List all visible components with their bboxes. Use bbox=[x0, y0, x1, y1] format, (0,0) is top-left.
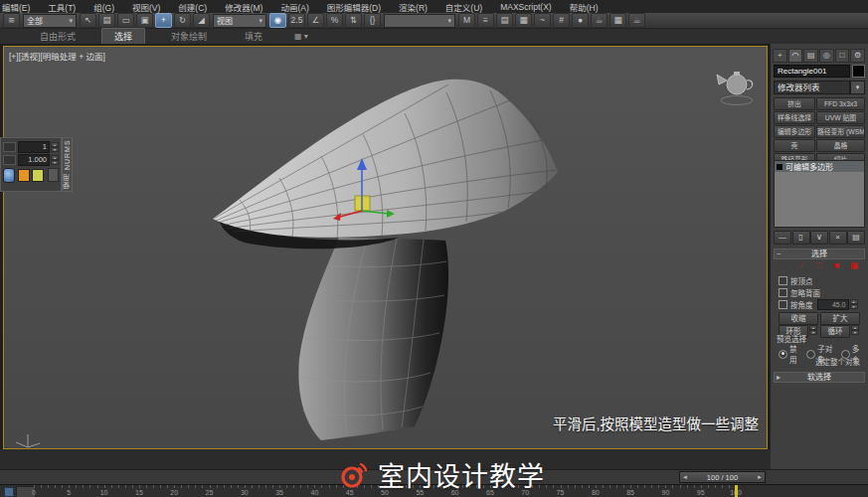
modifier-button[interactable]: 晶格 bbox=[816, 139, 865, 152]
use-nurms-tab[interactable]: 使用 NURMS bbox=[62, 137, 73, 192]
schematic-view-icon[interactable]: # bbox=[553, 13, 570, 28]
select-object-icon[interactable]: ↖ bbox=[80, 13, 96, 28]
loop-button[interactable]: 循环 bbox=[820, 325, 850, 338]
menu-item[interactable]: 视图(V) bbox=[123, 1, 169, 13]
create-tab-icon[interactable]: + bbox=[773, 49, 787, 63]
surface-button-icon[interactable] bbox=[48, 168, 59, 182]
rotate-icon[interactable]: ↻ bbox=[174, 13, 191, 28]
ribbon-tab-填充[interactable]: 填充 bbox=[233, 29, 274, 44]
make-unique-icon[interactable]: ∨ bbox=[810, 231, 828, 245]
modifier-button[interactable]: FFD 3x3x3 bbox=[816, 97, 865, 110]
configure-modifier-sets-icon[interactable]: ▤ bbox=[847, 231, 865, 245]
orange-swatch[interactable] bbox=[18, 169, 30, 182]
selection-filter-dropdown[interactable]: 全部▾ bbox=[23, 14, 77, 28]
radio-disable[interactable] bbox=[779, 350, 787, 359]
render-setup-icon[interactable]: ☕ bbox=[591, 13, 608, 28]
modifier-button[interactable]: 路径变形 (WSM) bbox=[816, 125, 865, 138]
layer-manager-icon[interactable]: ▤ bbox=[496, 13, 513, 28]
angle-updown[interactable]: ▴▾ bbox=[850, 299, 858, 309]
menu-item[interactable]: 工具(T) bbox=[39, 1, 85, 13]
ribbon-tab-选择[interactable]: 选择 bbox=[101, 28, 145, 45]
radio-subobject[interactable] bbox=[806, 350, 815, 359]
modifier-button[interactable]: 壳 bbox=[774, 139, 815, 152]
prev-frame-icon[interactable]: ◄ bbox=[680, 474, 690, 480]
object-color-swatch[interactable] bbox=[852, 65, 865, 78]
chevron-down-icon[interactable]: ▾ bbox=[850, 81, 865, 94]
smoothness-spinner[interactable]: 1.000 bbox=[18, 154, 50, 166]
modify-tab-icon[interactable]: ◠ bbox=[788, 49, 803, 63]
menu-item[interactable]: 帮助(H) bbox=[561, 1, 608, 13]
remove-modifier-icon[interactable]: × bbox=[829, 231, 847, 245]
display-tab-icon[interactable]: □ bbox=[835, 49, 850, 63]
modifier-stack[interactable]: 可编辑多边形 bbox=[774, 160, 865, 228]
window-crossing-icon[interactable]: ▣ bbox=[136, 13, 153, 28]
select-and-link-icon[interactable]: ≋ bbox=[3, 13, 20, 28]
menu-item[interactable]: 创建(C) bbox=[169, 1, 216, 13]
ref-coord-dropdown[interactable]: 视图▾ bbox=[213, 14, 266, 28]
modifier-button[interactable]: 编辑多边形 bbox=[774, 125, 815, 138]
smoothness-updown[interactable]: ▴▾ bbox=[51, 155, 59, 165]
menu-item[interactable]: 组(G) bbox=[85, 1, 123, 13]
rendered-frame-icon[interactable]: ▦ bbox=[609, 13, 626, 28]
menu-item[interactable]: 修改器(M) bbox=[216, 1, 271, 13]
material-editor-icon[interactable]: ● bbox=[572, 13, 589, 28]
ribbon-show-panels-icon[interactable]: ▦ ▾ bbox=[294, 32, 308, 41]
menu-item[interactable]: 自定义(U) bbox=[436, 1, 491, 13]
angle-snap-icon[interactable]: ∠ bbox=[307, 13, 324, 28]
edge-icon[interactable]: ∕ bbox=[796, 260, 808, 271]
select-move-icon[interactable]: + bbox=[155, 13, 172, 28]
menu-item[interactable]: 编辑(E) bbox=[0, 1, 39, 13]
ribbon-tab-自由形式[interactable]: 自由形式 bbox=[28, 29, 87, 44]
pivot-center-icon[interactable]: ◉ bbox=[269, 13, 286, 28]
polygon-icon[interactable]: ■ bbox=[831, 260, 843, 271]
hierarchy-tab-icon[interactable]: ▤ bbox=[803, 49, 818, 63]
menu-item[interactable]: 动画(A) bbox=[271, 1, 317, 13]
loop-updown[interactable]: ▴▾ bbox=[851, 325, 859, 335]
snap-25d-icon[interactable]: 2.5 bbox=[288, 13, 305, 28]
named-selection-dropdown[interactable]: ▾ bbox=[384, 14, 455, 28]
utilities-tab-icon[interactable]: ⚙ bbox=[850, 49, 865, 63]
select-by-name-icon[interactable]: ▤ bbox=[98, 13, 115, 28]
align-icon[interactable]: ≡ bbox=[477, 13, 494, 28]
current-frame-marker[interactable] bbox=[735, 485, 738, 497]
modifier-button[interactable]: 挤出 bbox=[774, 97, 815, 110]
border-icon[interactable]: □ bbox=[813, 260, 825, 271]
edit-selection-set-icon[interactable]: {} bbox=[364, 13, 381, 28]
show-end-result-icon[interactable]: ▯ bbox=[792, 231, 810, 245]
modifier-button[interactable]: 样条线选择 bbox=[774, 111, 815, 124]
track-bar[interactable]: 0510152025303540455055606570758085909510… bbox=[0, 484, 868, 497]
soft-selection-rollout-header[interactable]: ▸ 软选择 bbox=[774, 372, 865, 383]
element-icon[interactable]: ▣ bbox=[848, 260, 860, 271]
vertex-icon[interactable]: · bbox=[779, 260, 790, 271]
percent-snap-icon[interactable]: % bbox=[326, 13, 343, 28]
iterations-updown[interactable]: ▴▾ bbox=[51, 142, 59, 152]
pin-stack-icon[interactable]: — bbox=[774, 231, 791, 245]
ignore-backfacing-checkbox[interactable] bbox=[779, 288, 787, 297]
curve-editor-icon[interactable]: ~ bbox=[534, 13, 551, 28]
selection-rollout-header[interactable]: − 选择 bbox=[774, 248, 865, 259]
iterations-spinner[interactable]: 1 bbox=[18, 141, 50, 153]
menu-item[interactable]: 渲染(R) bbox=[390, 1, 436, 13]
sphere-button-icon[interactable] bbox=[3, 168, 15, 183]
menu-item[interactable]: 图形编辑器(D) bbox=[318, 1, 390, 13]
time-slider-handle[interactable]: ◄ 100 / 100 ► bbox=[679, 471, 766, 483]
by-angle-row[interactable]: 按角度 45.0 ▴▾ bbox=[779, 299, 864, 309]
next-frame-icon[interactable]: ► bbox=[755, 474, 765, 480]
ribbon-toggle-icon[interactable]: ▦ bbox=[515, 13, 532, 28]
ignore-backfacing-row[interactable]: 忽略背面 bbox=[779, 287, 864, 297]
modifier-list-dropdown[interactable]: 修改器列表 ▾ bbox=[774, 81, 865, 94]
motion-tab-icon[interactable]: ◎ bbox=[819, 49, 834, 63]
menu-item[interactable]: MAXScript(X) bbox=[491, 2, 560, 12]
by-vertex-row[interactable]: 按顶点 bbox=[779, 275, 864, 285]
shrink-button[interactable]: 收缩 bbox=[779, 312, 818, 325]
modifier-button[interactable]: UVW 贴图 bbox=[816, 111, 865, 124]
yellow-swatch[interactable] bbox=[32, 169, 44, 182]
perspective-viewport[interactable]: [+][透视][明暗处理 + 边面] 平滑后,按照模型造型做一些调整 bbox=[3, 46, 768, 449]
stack-item-editable-poly[interactable]: 可编辑多边形 bbox=[775, 161, 864, 172]
time-slider[interactable]: ◄ 100 / 100 ► bbox=[0, 469, 868, 484]
ribbon-tab-对象绘制[interactable]: 对象绘制 bbox=[159, 29, 219, 44]
spinner-snap-icon[interactable]: ⇅ bbox=[345, 13, 362, 28]
object-name-field[interactable]: Rectangle001 bbox=[774, 65, 850, 78]
scale-icon[interactable]: ◢ bbox=[193, 13, 210, 28]
ring-updown[interactable]: ▴▾ bbox=[809, 325, 817, 335]
